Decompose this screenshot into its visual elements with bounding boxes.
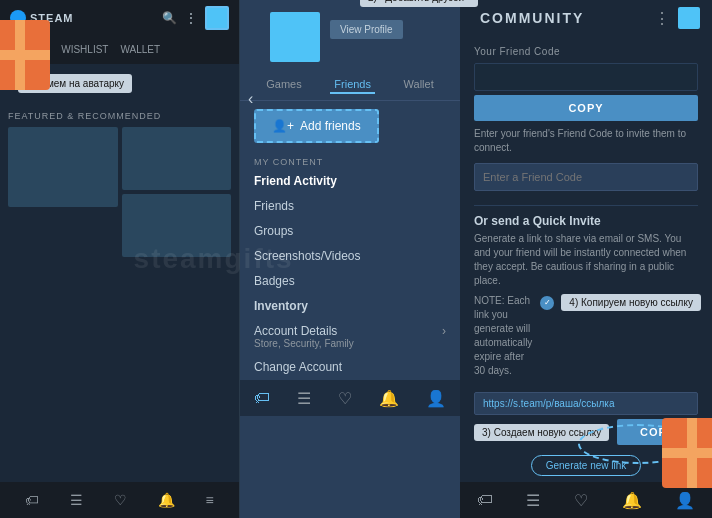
featured-card-2[interactable] [122, 127, 232, 190]
generated-link-display: https://s.team/p/ваша/ссылка [474, 392, 698, 415]
community-avatar[interactable] [678, 7, 700, 29]
tooltip-copy-link: 4) Копируем новую ссылку [561, 294, 701, 311]
list-icon-right[interactable]: ☰ [526, 491, 540, 510]
view-profile-button[interactable]: View Profile [330, 20, 403, 39]
tab-games[interactable]: Games [262, 76, 305, 94]
tag-icon-right[interactable]: 🏷 [477, 491, 493, 509]
divider [474, 205, 698, 206]
nav-change-account[interactable]: Change Account [254, 355, 446, 380]
quick-invite-text: Generate a link to share via email or SM… [474, 232, 698, 288]
profile-tabs: Games Friends Wallet [240, 70, 460, 101]
hamburger-icon[interactable]: ≡ [205, 492, 213, 508]
bell-icon-mid[interactable]: 🔔 [379, 389, 399, 408]
my-content-label: MY CONTENT [240, 151, 460, 169]
community-header: COMMUNITY ⋮ [460, 0, 712, 36]
nav-account[interactable]: Account Details › Store, Security, Famil… [254, 319, 446, 355]
more-icon-community[interactable]: ⋮ [654, 9, 670, 28]
nav-wallet[interactable]: WALLET [114, 36, 166, 64]
user-icon-mid[interactable]: 👤 [426, 389, 446, 408]
tooltip-add-friends: 2) «Добавить друзей» [360, 0, 478, 7]
invite-description: Enter your friend's Friend Code to invit… [474, 127, 698, 155]
nav-friends[interactable]: Friends [254, 194, 446, 219]
tab-friends[interactable]: Friends [330, 76, 375, 94]
gift-decoration-right [662, 418, 712, 488]
copy-friend-code-button[interactable]: COPY [474, 95, 698, 121]
nav-inventory[interactable]: Inventory [254, 294, 446, 319]
tag-icon[interactable]: 🏷 [25, 492, 39, 508]
more-icon[interactable]: ⋮ [183, 10, 199, 26]
enter-friend-code-input[interactable] [474, 163, 698, 191]
nav-badges[interactable]: Badges [254, 269, 446, 294]
list-icon[interactable]: ☰ [70, 492, 83, 508]
heart-icon-mid[interactable]: ♡ [338, 389, 352, 408]
main-container: STEAM 🔍 ⋮ MENU ▾ WISHLIST WALLET 1) Жмем… [0, 0, 712, 518]
add-friends-icon: 👤+ [272, 119, 294, 133]
community-content: Your Friend Code COPY Enter your friend'… [460, 36, 712, 482]
featured-card-3[interactable] [122, 194, 232, 257]
bell-icon-right[interactable]: 🔔 [622, 491, 642, 510]
friend-code-display[interactable] [474, 63, 698, 91]
add-friends-label: Add friends [300, 119, 361, 133]
annotation-4: ✓ 4) Копируем новую ссылку [540, 294, 701, 311]
quick-invite-label: Or send a Quick Invite [474, 214, 698, 228]
tab-wallet[interactable]: Wallet [400, 76, 438, 94]
tooltip-generate-link: 3) Создаем новую ссылку [474, 424, 609, 441]
nav-list: Friend Activity Friends Groups Screensho… [240, 169, 460, 380]
user-avatar[interactable] [205, 6, 229, 30]
middle-bottom-bar: 🏷 ☰ ♡ 🔔 👤 [240, 380, 460, 416]
generate-new-link-button[interactable]: Generate new link [531, 455, 642, 476]
add-friends-button[interactable]: 👤+ Add friends [254, 109, 379, 143]
tag-icon-mid[interactable]: 🏷 [254, 389, 270, 407]
steam-bottom-bar: 🏷 ☰ ♡ 🔔 ≡ [0, 482, 239, 518]
back-arrow[interactable]: ‹ [248, 90, 253, 108]
profile-top: 2) «Добавить друзей» View Profile [240, 0, 460, 70]
nav-groups[interactable]: Groups [254, 219, 446, 244]
note-text: NOTE: Each link you generate will automa… [474, 294, 532, 378]
steam-header-icons: 🔍 ⋮ [161, 6, 229, 30]
gift-decoration-left [0, 20, 50, 90]
nav-screenshots[interactable]: Screenshots/Videos [254, 244, 446, 269]
heart-icon-right[interactable]: ♡ [574, 491, 588, 510]
friend-code-label: Your Friend Code [474, 46, 698, 57]
middle-panel: ‹ 2) «Добавить друзей» View Profile Game… [240, 0, 460, 518]
featured-label: FEATURED & RECOMMENDED [8, 111, 231, 121]
nav-friend-activity[interactable]: Friend Activity [254, 169, 446, 194]
list-icon-mid[interactable]: ☰ [297, 389, 311, 408]
steam-content: FEATURED & RECOMMENDED [0, 103, 239, 482]
user-icon-right[interactable]: 👤 [675, 491, 695, 510]
featured-card-1[interactable] [8, 127, 118, 207]
community-title: COMMUNITY [472, 10, 584, 26]
profile-avatar [270, 12, 320, 62]
nav-wishlist[interactable]: WISHLIST [55, 36, 114, 64]
checkmark-icon: ✓ [540, 296, 554, 310]
search-icon[interactable]: 🔍 [161, 10, 177, 26]
bell-icon[interactable]: 🔔 [158, 492, 175, 508]
heart-icon[interactable]: ♡ [114, 492, 127, 508]
